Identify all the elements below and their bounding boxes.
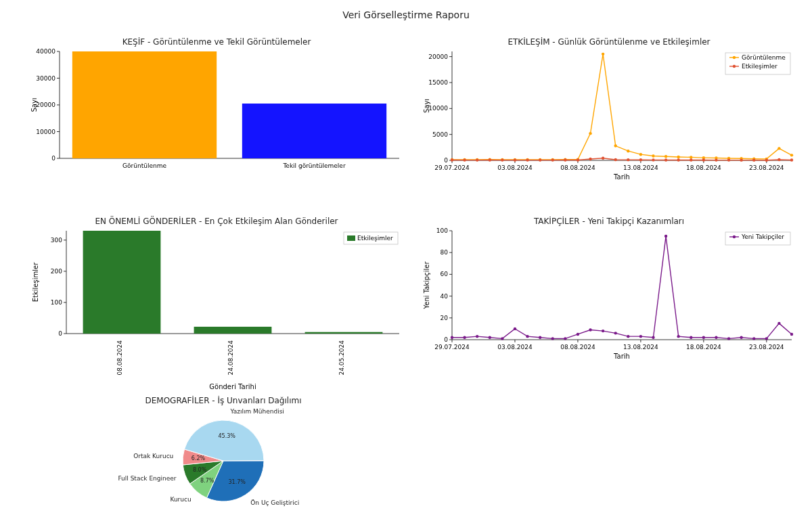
- svg-rect-15: [242, 104, 386, 158]
- svg-point-188: [727, 337, 730, 340]
- svg-point-191: [765, 337, 768, 340]
- svg-text:Kurucu: Kurucu: [170, 496, 191, 503]
- svg-text:29.07.2024: 29.07.2024: [434, 344, 470, 351]
- title-etkilesim: ETKİLEŞİM - Günlük Görüntülenme ve Etkil…: [420, 37, 798, 47]
- svg-text:20000: 20000: [428, 53, 448, 60]
- svg-text:31.7%: 31.7%: [229, 479, 246, 485]
- svg-text:30000: 30000: [36, 75, 55, 82]
- svg-text:Ortak Kurucu: Ortak Kurucu: [133, 453, 173, 459]
- svg-point-180: [627, 335, 629, 338]
- svg-point-90: [627, 158, 629, 161]
- panel-kesif: KEŞİF - Görüntülenme ve Tekil Görüntülem…: [27, 37, 406, 173]
- panel-demografi: DEMOGRAFİLER - İş Unvanları Dağılımı Ön …: [88, 396, 359, 518]
- svg-point-78: [476, 158, 478, 161]
- svg-text:60: 60: [441, 271, 449, 277]
- svg-point-182: [652, 336, 654, 339]
- svg-point-64: [652, 154, 654, 157]
- svg-text:Görüntülenme: Görüntülenme: [122, 162, 166, 169]
- svg-point-173: [539, 336, 541, 339]
- svg-point-86: [577, 158, 579, 161]
- svg-point-101: [765, 158, 768, 161]
- svg-point-184: [677, 335, 679, 338]
- svg-text:300: 300: [51, 237, 62, 244]
- svg-text:0: 0: [444, 157, 448, 164]
- svg-text:40: 40: [441, 293, 449, 300]
- svg-rect-124: [194, 327, 272, 334]
- title-demografi: DEMOGRAFİLER - İş Unvanları Dağılımı: [88, 396, 359, 405]
- svg-point-84: [551, 158, 554, 161]
- figure-suptitle: Veri Görselleştirme Raporu: [0, 9, 812, 20]
- svg-rect-126: [305, 332, 383, 334]
- svg-point-179: [614, 332, 617, 334]
- svg-text:Yazılım Mühendisi: Yazılım Mühendisi: [229, 408, 284, 415]
- svg-point-63: [639, 153, 642, 156]
- svg-point-92: [652, 158, 654, 161]
- svg-text:Etkileşimler: Etkileşimler: [32, 262, 39, 302]
- svg-point-189: [740, 336, 742, 339]
- svg-text:15000: 15000: [428, 79, 448, 86]
- svg-text:0: 0: [51, 155, 55, 162]
- svg-point-106: [733, 56, 736, 59]
- svg-rect-13: [72, 51, 217, 158]
- title-kesif: KEŞİF - Görüntülenme ve Tekil Görüntülem…: [27, 37, 406, 47]
- svg-text:0: 0: [444, 336, 448, 343]
- svg-point-100: [752, 158, 755, 161]
- svg-text:80: 80: [441, 249, 449, 256]
- svg-point-168: [476, 335, 478, 338]
- svg-text:Gönderi Tarihi: Gönderi Tarihi: [209, 383, 256, 390]
- svg-point-81: [514, 158, 516, 161]
- panel-gonderiler: EN ÖNEMLİ GÖNDERİLER - En Çok Etkileşim …: [27, 217, 406, 392]
- svg-text:100: 100: [436, 227, 448, 234]
- svg-point-196: [733, 235, 736, 238]
- svg-point-177: [589, 328, 591, 331]
- svg-text:23.08.2024: 23.08.2024: [749, 164, 784, 171]
- svg-text:24.05.2024: 24.05.2024: [338, 340, 345, 376]
- svg-point-174: [551, 337, 554, 340]
- svg-text:Etkileşimler: Etkileşimler: [357, 235, 393, 242]
- svg-point-91: [639, 158, 642, 161]
- svg-point-166: [451, 336, 453, 339]
- svg-text:8.0%: 8.0%: [193, 467, 207, 473]
- svg-text:45.3%: 45.3%: [219, 433, 236, 439]
- svg-point-76: [451, 158, 453, 161]
- svg-point-65: [664, 155, 667, 158]
- svg-text:29.07.2024: 29.07.2024: [434, 164, 470, 171]
- svg-text:Sayı: Sayı: [30, 97, 38, 112]
- svg-point-87: [589, 158, 591, 160]
- svg-text:Görüntülenme: Görüntülenme: [742, 54, 786, 61]
- svg-point-77: [463, 158, 466, 161]
- svg-point-99: [740, 158, 742, 161]
- svg-text:03.08.2024: 03.08.2024: [497, 344, 533, 351]
- svg-text:Yeni Takipçiler: Yeni Takipçiler: [741, 233, 784, 240]
- title-takipciler: TAKİPÇİLER - Yeni Takipçi Kazanımları: [420, 217, 798, 226]
- svg-point-98: [727, 158, 730, 161]
- svg-text:Tarih: Tarih: [613, 353, 630, 360]
- svg-text:100: 100: [51, 299, 62, 306]
- panel-takipciler: TAKİPÇİLER - Yeni Takipçi Kazanımları 02…: [420, 217, 798, 362]
- svg-point-171: [514, 328, 516, 330]
- svg-point-79: [489, 158, 491, 161]
- svg-point-187: [715, 336, 717, 339]
- svg-point-178: [602, 330, 604, 332]
- svg-rect-130: [347, 235, 355, 241]
- title-gonderiler: EN ÖNEMLİ GÖNDERİLER - En Çok Etkileşim …: [27, 217, 406, 226]
- svg-point-167: [463, 336, 466, 339]
- svg-text:08.08.2024: 08.08.2024: [116, 340, 123, 376]
- svg-point-75: [790, 154, 793, 156]
- svg-point-109: [733, 65, 736, 68]
- panel-etkilesim: ETKİLEŞİM - Günlük Görüntülenme ve Etkil…: [420, 37, 798, 183]
- svg-text:24.08.2024: 24.08.2024: [227, 340, 234, 376]
- svg-text:08.08.2024: 08.08.2024: [560, 344, 595, 351]
- svg-text:13.08.2024: 13.08.2024: [623, 164, 658, 171]
- svg-point-185: [690, 336, 692, 339]
- svg-text:Etkileşimler: Etkileşimler: [742, 63, 777, 70]
- svg-text:03.08.2024: 03.08.2024: [497, 164, 533, 171]
- svg-point-192: [777, 322, 780, 325]
- svg-text:23.08.2024: 23.08.2024: [749, 344, 784, 351]
- svg-point-169: [489, 336, 491, 339]
- svg-point-181: [639, 335, 642, 338]
- svg-point-74: [777, 147, 780, 150]
- svg-point-67: [690, 156, 692, 158]
- svg-text:8.7%: 8.7%: [200, 478, 215, 484]
- svg-point-66: [677, 156, 679, 158]
